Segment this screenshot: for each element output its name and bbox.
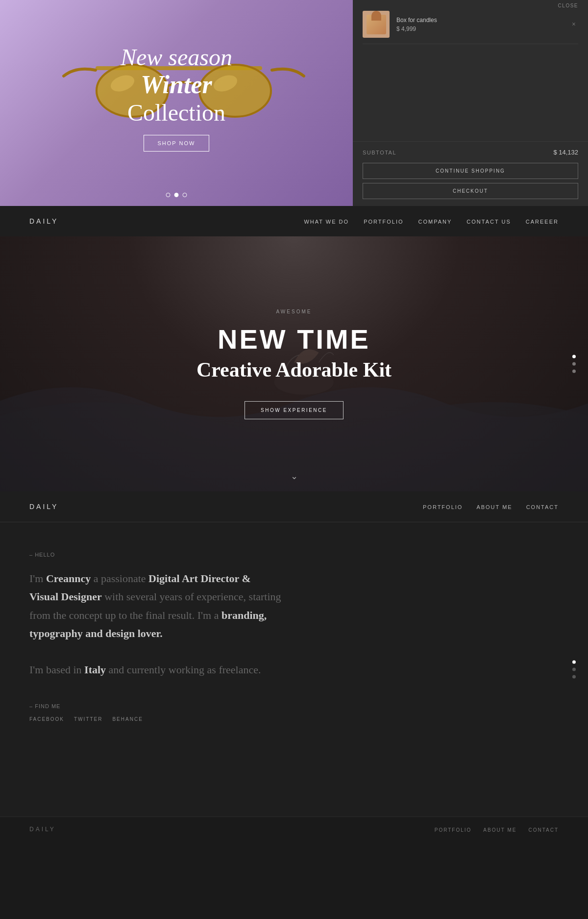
cart-item-remove-button[interactable]: × bbox=[569, 18, 578, 31]
location-country: Italy bbox=[84, 664, 106, 676]
footer-logo: DAILY bbox=[29, 826, 56, 833]
cart-item-image bbox=[363, 11, 390, 38]
cart-subtotal-area: SUBTOTAL $ 14,132 CONTINUE SHOPPING CHEC… bbox=[353, 141, 588, 206]
checkout-button[interactable]: CHECKOUT bbox=[363, 183, 578, 199]
footer-link-portfolio[interactable]: PORTFOLIO bbox=[435, 827, 472, 833]
portfolio-nav-portfolio[interactable]: PORTFOLIO bbox=[423, 504, 463, 510]
ecommerce-section: New season Winter Collection SHOP NOW CL… bbox=[0, 0, 588, 206]
portfolio-section: DAILY PORTFOLIO ABOUT ME CONTACT – HELLO… bbox=[0, 491, 588, 817]
portfolio-side-dots bbox=[572, 661, 576, 679]
side-dot-3[interactable] bbox=[572, 675, 576, 679]
nav-item-what-we-do[interactable]: WHAT WE DO bbox=[304, 219, 349, 225]
location-part1: I'm based in bbox=[29, 664, 84, 676]
candle-box-icon bbox=[367, 15, 386, 34]
dot-2[interactable] bbox=[174, 193, 179, 197]
subtotal-label: SUBTOTAL bbox=[363, 150, 396, 155]
water-hero: AWESOME NEW TIME Creative Adorable Kit S… bbox=[0, 236, 588, 491]
social-facebook[interactable]: FACEBOOK bbox=[29, 716, 64, 722]
intro-part2: a passionate bbox=[91, 572, 148, 585]
cart-item-name: Box for candles bbox=[396, 17, 569, 24]
find-me-section: – FIND ME FACEBOOK TWITTER BEHANCE bbox=[29, 703, 559, 723]
side-dot-1[interactable] bbox=[572, 661, 576, 664]
dot-1[interactable] bbox=[166, 193, 171, 197]
slider-dots bbox=[166, 193, 187, 197]
hero-text-block: New season Winter Collection SHOP NOW bbox=[121, 45, 232, 162]
nav-item-contact-us[interactable]: CONTACT US bbox=[466, 219, 511, 225]
location-part2: and currently working as freelance. bbox=[106, 664, 261, 676]
hello-label: – HELLO bbox=[29, 552, 559, 558]
intro-name: Creanncy bbox=[46, 572, 91, 585]
portfolio-nav-links: PORTFOLIO ABOUT ME CONTACT bbox=[423, 502, 559, 511]
shop-now-button[interactable]: SHOP NOW bbox=[144, 135, 210, 152]
cart-item: Box for candles $ 4,999 × bbox=[363, 5, 578, 44]
hero-tagline-line3: Collection bbox=[121, 99, 232, 126]
nav-item-career[interactable]: CAREEER bbox=[526, 219, 559, 225]
footer-nav: DAILY PORTFOLIO ABOUT ME CONTACT bbox=[0, 817, 588, 842]
social-behance[interactable]: BEHANCE bbox=[112, 716, 143, 722]
portfolio-navbar: DAILY PORTFOLIO ABOUT ME CONTACT bbox=[0, 491, 588, 522]
portfolio-nav-contact[interactable]: CONTACT bbox=[526, 504, 559, 510]
dot-3[interactable] bbox=[183, 193, 187, 197]
continue-shopping-button[interactable]: CONTINUE SHOPPING bbox=[363, 163, 578, 179]
cart-item-price: $ 4,999 bbox=[396, 26, 569, 32]
portfolio-nav-about[interactable]: ABOUT ME bbox=[476, 504, 512, 510]
footer-link-about[interactable]: ABOUT ME bbox=[483, 827, 516, 833]
scroll-down-arrow[interactable]: ⌄ bbox=[291, 471, 298, 482]
cart-sidebar: CLOSE Box for candles $ 4,999 × SUBTOTAL… bbox=[353, 0, 588, 206]
intro-bold2: Visual Designer bbox=[29, 590, 102, 603]
hero-tagline-line2: Winter bbox=[121, 70, 232, 99]
cart-item-info: Box for candles $ 4,999 bbox=[396, 17, 569, 32]
location-text: I'm based in Italy and currently working… bbox=[29, 661, 274, 679]
footer-link-contact[interactable]: CONTACT bbox=[528, 827, 559, 833]
subtotal-amount: $ 14,132 bbox=[553, 149, 578, 156]
agency-nav-links: WHAT WE DO PORTFOLIO COMPANY CONTACT US … bbox=[304, 217, 559, 226]
hero-banner: New season Winter Collection SHOP NOW bbox=[0, 0, 353, 206]
portfolio-logo: DAILY bbox=[29, 503, 58, 511]
creative-kit-heading: Creative Adorable Kit bbox=[196, 358, 392, 382]
nav-item-company[interactable]: COMPANY bbox=[418, 219, 452, 225]
agency-section: DAILY WHAT WE DO PORTFOLIO COMPANY CONTA… bbox=[0, 206, 588, 491]
nav-item-portfolio[interactable]: PORTFOLIO bbox=[364, 219, 403, 225]
find-me-label: – FIND ME bbox=[29, 703, 559, 709]
hero-dot-1[interactable] bbox=[572, 355, 576, 358]
awesome-label: AWESOME bbox=[276, 309, 312, 314]
social-twitter[interactable]: TWITTER bbox=[74, 716, 102, 722]
hero-tagline-line1: New season bbox=[121, 45, 232, 71]
agency-navbar: DAILY WHAT WE DO PORTFOLIO COMPANY CONTA… bbox=[0, 206, 588, 236]
subtotal-row: SUBTOTAL $ 14,132 bbox=[363, 149, 578, 156]
cart-items-list: Box for candles $ 4,999 × bbox=[353, 0, 588, 141]
intro-text: I'm Creanncy a passionate Digital Art Di… bbox=[29, 569, 304, 643]
hero-dot-3[interactable] bbox=[572, 370, 576, 373]
social-links: FACEBOOK TWITTER BEHANCE bbox=[29, 714, 559, 723]
portfolio-content: – HELLO I'm Creanncy a passionate Digita… bbox=[0, 522, 588, 817]
side-dot-2[interactable] bbox=[572, 668, 576, 671]
new-time-heading: NEW TIME bbox=[218, 323, 370, 355]
intro-part1: I'm bbox=[29, 572, 46, 585]
hero-nav-dots bbox=[572, 355, 576, 373]
close-cart-button[interactable]: CLOSE bbox=[558, 3, 578, 8]
show-experience-button[interactable]: SHOW EXPERIENCE bbox=[245, 401, 343, 419]
agency-logo: DAILY bbox=[29, 217, 58, 225]
footer-links: PORTFOLIO ABOUT ME CONTACT bbox=[435, 825, 559, 834]
intro-bold1: Digital Art Director & bbox=[148, 572, 251, 585]
hero-dot-2[interactable] bbox=[572, 362, 576, 366]
